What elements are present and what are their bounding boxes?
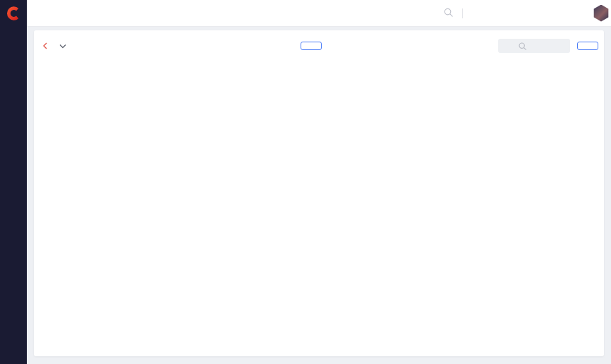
top-bar <box>0 0 611 27</box>
sidebar <box>0 27 27 364</box>
chart-panels <box>40 36 598 178</box>
chevron-left-icon <box>42 42 48 49</box>
grouped-chart-panel <box>334 36 598 178</box>
divider <box>462 8 463 18</box>
avatar[interactable] <box>593 5 610 22</box>
global-search <box>443 7 548 19</box>
search-input[interactable] <box>470 8 548 18</box>
main-area <box>27 27 611 364</box>
stacked-x-axis <box>42 164 322 174</box>
search-icon <box>443 7 455 19</box>
app-logo[interactable] <box>0 0 27 27</box>
search-icon <box>518 42 527 51</box>
content-card <box>34 30 604 356</box>
grouped-chart-header <box>334 36 598 56</box>
back-button[interactable] <box>42 42 50 49</box>
c-logo-icon <box>6 6 21 21</box>
chevron-down-icon[interactable] <box>59 44 66 49</box>
panel-search[interactable] <box>498 39 570 53</box>
export-button-right[interactable] <box>577 42 598 50</box>
stacked-chart <box>42 61 322 163</box>
export-button-left[interactable] <box>301 42 322 50</box>
panel-search-input[interactable] <box>527 41 551 51</box>
toolbar <box>42 36 322 56</box>
stacked-chart-panel <box>40 36 322 178</box>
